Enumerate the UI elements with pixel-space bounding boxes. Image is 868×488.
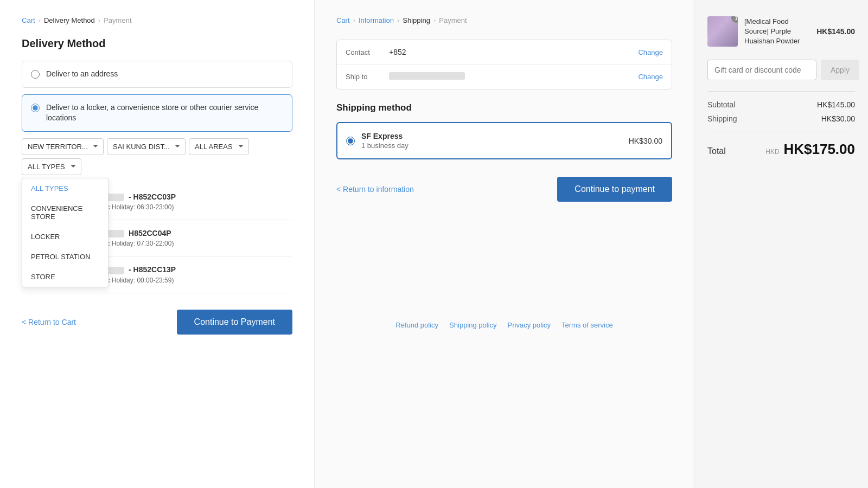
sep-m2: › (397, 16, 399, 24)
dropdown-all-types[interactable]: ALL TYPES (22, 178, 108, 198)
sf-express-price: HK$30.00 (629, 137, 662, 145)
ship-to-row: Ship to Change (337, 65, 672, 89)
shipping-summary-label: Shipping (707, 114, 737, 123)
contact-change-link[interactable]: Change (638, 48, 663, 56)
sf-express-name: SF Express (361, 132, 622, 140)
total-value: HK$175.00 (783, 141, 855, 157)
locker-code-2: H852CC04P (129, 229, 171, 237)
continue-to-payment-middle-btn[interactable]: Continue to payment (557, 177, 672, 202)
radio-address[interactable] (31, 70, 40, 79)
discount-row: Apply (707, 60, 855, 80)
divider-1 (707, 91, 855, 92)
product-name: [Medical Food Source] Purple Huaishan Po… (744, 17, 810, 47)
info-card: Contact +852 Change Ship to Change (336, 40, 672, 89)
breadcrumb-delivery: Delivery Method (44, 16, 95, 24)
divider-2 (707, 132, 855, 132)
ship-to-label: Ship to (346, 73, 389, 81)
product-image: 1 (707, 16, 738, 47)
left-bottom-nav: < Return to Cart Continue to Payment (22, 310, 292, 335)
return-to-cart-link[interactable]: < Return to Cart (22, 318, 76, 326)
ship-to-redacted (389, 72, 465, 80)
contact-value: +852 (389, 48, 638, 56)
dropdown-petrol[interactable]: PETROL STATION (22, 247, 108, 267)
subtotal-value: HK$145.00 (817, 100, 855, 109)
ship-to-value (389, 72, 638, 81)
shipping-option-sf[interactable]: SF Express 1 business day HK$30.00 (336, 122, 672, 159)
ship-to-change-link[interactable]: Change (638, 73, 663, 81)
radio-locker[interactable] (31, 104, 40, 112)
terms-link[interactable]: Terms of service (561, 321, 613, 329)
middle-bottom-nav: < Return to information Continue to paym… (336, 177, 672, 202)
sf-express-days: 1 business day (361, 142, 622, 150)
sep2: › (98, 16, 100, 24)
total-currency: HKD (765, 148, 779, 156)
type-select[interactable]: ALL TYPES (22, 158, 81, 175)
territory-select[interactable]: NEW TERRITOR... (22, 138, 104, 155)
continue-to-payment-btn[interactable]: Continue to Payment (177, 310, 292, 335)
breadcrumb-payment-middle: Payment (439, 16, 467, 24)
privacy-policy-link[interactable]: Privacy policy (508, 321, 551, 329)
total-amount: HKD HK$175.00 (765, 141, 855, 158)
sep-m3: › (433, 16, 436, 24)
district-select[interactable]: SAI KUNG DIST... (107, 138, 186, 155)
area-select[interactable]: ALL AREAS (189, 138, 249, 155)
sep1: › (39, 16, 41, 24)
left-panel: Cart › Delivery Method › Payment Deliver… (0, 0, 315, 488)
dropdown-store[interactable]: STORE (22, 267, 108, 287)
product-row: 1 [Medical Food Source] Purple Huaishan … (707, 16, 855, 47)
middle-panel: Cart › Information › Shipping › Payment … (315, 0, 694, 488)
locker-code-1: - H852CC03P (129, 192, 176, 201)
product-price: HK$145.00 (816, 27, 855, 36)
subtotal-label: Subtotal (707, 100, 735, 109)
address-label: Deliver to an address (46, 69, 118, 80)
type-dropdown: ALL TYPES CONVENIENCE STORE LOCKER PETRO… (22, 178, 108, 287)
refund-policy-link[interactable]: Refund policy (395, 321, 438, 329)
apply-button[interactable]: Apply (821, 60, 859, 80)
total-label: Total (707, 146, 726, 156)
filter-row: NEW TERRITOR... SAI KUNG DIST... ALL ARE… (22, 138, 292, 175)
breadcrumb-payment-left: Payment (104, 16, 131, 24)
discount-input[interactable] (707, 60, 816, 80)
delivery-option-locker[interactable]: Deliver to a locker, a convenience store… (22, 94, 292, 132)
footer-area: Refund policy Shipping policy Privacy po… (336, 321, 672, 329)
delivery-option-address[interactable]: Deliver to an address (22, 61, 292, 88)
contact-label: Contact (346, 48, 389, 56)
locker-label: Deliver to a locker, a convenience store… (46, 102, 283, 124)
breadcrumb-cart-middle[interactable]: Cart (336, 16, 350, 24)
shipping-policy-link[interactable]: Shipping policy (449, 321, 496, 329)
breadcrumb-shipping: Shipping (403, 16, 430, 24)
breadcrumb-cart[interactable]: Cart (22, 16, 35, 24)
delivery-method-title: Delivery Method (22, 37, 292, 50)
breadcrumb-information[interactable]: Information (359, 16, 394, 24)
dropdown-convenience[interactable]: CONVENIENCE STORE (22, 198, 108, 227)
breadcrumb-left: Cart › Delivery Method › Payment (22, 16, 292, 24)
radio-sf-express[interactable] (346, 137, 355, 145)
shipping-summary-row: Shipping HK$30.00 (707, 114, 855, 123)
right-panel: 1 [Medical Food Source] Purple Huaishan … (694, 0, 868, 488)
locker-code-3: - H852CC13P (129, 265, 176, 274)
dropdown-locker[interactable]: LOCKER (22, 227, 108, 247)
contact-row: Contact +852 Change (337, 40, 672, 65)
shipping-method-title: Shipping method (336, 102, 672, 113)
sep-m1: › (353, 16, 355, 24)
subtotal-row: Subtotal HK$145.00 (707, 100, 855, 109)
shipping-summary-value: HK$30.00 (821, 114, 855, 123)
return-to-information-link[interactable]: < Return to information (336, 185, 414, 194)
footer-links: Refund policy Shipping policy Privacy po… (336, 321, 672, 329)
total-row: Total HKD HK$175.00 (707, 141, 855, 158)
breadcrumb-middle: Cart › Information › Shipping › Payment (336, 16, 672, 24)
sf-express-info: SF Express 1 business day (361, 132, 622, 150)
